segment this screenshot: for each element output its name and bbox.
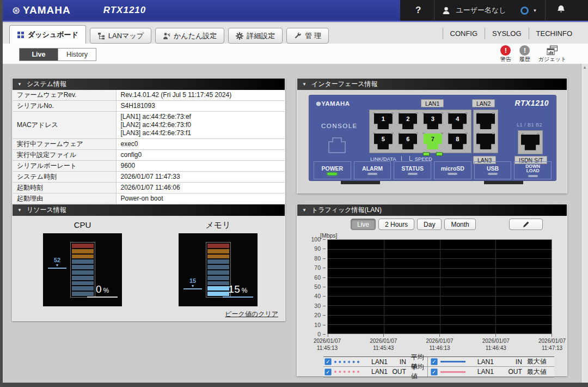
legend-line-sample xyxy=(334,361,359,363)
y-axis-tick: 90 xyxy=(314,245,321,252)
range-button-live[interactable]: Live xyxy=(351,219,376,230)
lan1-port-1[interactable]: 1 xyxy=(371,112,395,131)
lan1-port-8[interactable]: 8 xyxy=(446,132,470,151)
y-axis-tick-mark xyxy=(323,287,326,287)
gridline xyxy=(495,240,496,334)
live-tab[interactable]: Live xyxy=(20,49,58,61)
range-button-day[interactable]: Day xyxy=(417,219,442,230)
gauge-segment xyxy=(72,276,94,280)
gauge-segment xyxy=(72,259,94,264)
quick-links: CONFIGSYSLOGTECHINFO xyxy=(443,23,579,44)
warning-button[interactable]: ! 警告 xyxy=(500,45,511,62)
edit-chart-button[interactable] xyxy=(509,219,543,230)
lan1-port-6[interactable]: 6 xyxy=(396,132,420,151)
lan3-port[interactable] xyxy=(475,132,496,151)
system-info-row: 起動理由Power-on boot xyxy=(13,194,285,204)
lan2-port[interactable] xyxy=(475,112,496,131)
gauge-segment xyxy=(72,255,94,259)
lan1-port-5[interactable]: 5 xyxy=(371,132,395,151)
isdn-port[interactable] xyxy=(520,132,541,152)
help-button[interactable]: ? xyxy=(410,5,426,16)
gadget-icon xyxy=(547,45,558,56)
tab-detailed-setup[interactable]: 詳細設定 xyxy=(228,28,283,44)
resource-info-panel: ▼ リソース情報 CPU メモリ 52▼ 0% 15▼ 15% ピーク値のクリア xyxy=(12,204,285,321)
memory-gauge-title: メモリ xyxy=(179,220,258,231)
y-axis-unit-label: [Mbps] xyxy=(320,232,338,239)
tab-dashboard[interactable]: ダッシュボード xyxy=(9,25,86,44)
dashboard-icon xyxy=(17,31,24,39)
wrench-icon xyxy=(294,32,302,40)
lan1-port-2[interactable]: 2 xyxy=(396,112,420,131)
legend-checkbox[interactable]: ✓ xyxy=(431,368,438,376)
history-log-button[interactable]: ! 履歴 xyxy=(519,45,530,62)
y-axis-tick-mark xyxy=(323,315,326,316)
legend-item-lan1-in-max: ✓LAN1IN最大値 xyxy=(427,357,554,367)
x-axis-tick-mark xyxy=(383,334,384,337)
gadget-label: ガジェット xyxy=(538,56,566,62)
legend-direction: OUT xyxy=(391,368,406,376)
range-button-month[interactable]: Month xyxy=(444,219,475,230)
isdn-port-jack xyxy=(521,135,540,150)
brand-text: YAMAHA xyxy=(23,4,71,16)
indicator-label: POWER xyxy=(322,166,344,172)
power-led xyxy=(327,173,337,175)
lan1-port-block: 12345678 xyxy=(369,110,471,153)
range-button-2hours[interactable]: 2 Hours xyxy=(378,219,414,230)
system-info-header[interactable]: ▼ システム情報 xyxy=(13,78,285,90)
gear-icon xyxy=(236,32,243,40)
top-header: ⊛YAMAHA RTX1210 ? ユーザー名なし ▼ xyxy=(0,0,588,22)
warning-icon: ! xyxy=(500,45,511,56)
indicator-label: STATUS xyxy=(401,166,423,172)
y-axis-tick-mark xyxy=(323,268,326,268)
isdn-port-block xyxy=(518,130,543,154)
lan1-port-jack-1: 1 xyxy=(374,113,393,129)
y-axis-tick: 100 xyxy=(311,236,321,243)
resource-info-title: リソース情報 xyxy=(27,205,66,215)
traffic-info-header[interactable]: ▼ トラフィック情報(LAN) xyxy=(297,204,567,216)
x-axis-tick-mark xyxy=(328,334,328,337)
legend-checkbox[interactable]: ✓ xyxy=(431,358,438,365)
connection-status-indicator[interactable]: ▼ xyxy=(520,7,537,15)
x-axis-tick-mark xyxy=(495,334,496,337)
traffic-range-buttons: Live2 HoursDayMonth xyxy=(297,219,567,230)
system-info-row-label: シリアルボーレート xyxy=(13,161,116,172)
user-menu[interactable]: ユーザー名なし xyxy=(442,5,506,15)
cpu-usage-value: 0% xyxy=(87,283,118,298)
tab-admin[interactable]: 管 理 xyxy=(286,28,329,44)
lan-map-icon xyxy=(97,32,105,40)
warning-label: 警告 xyxy=(500,56,511,62)
interface-info-body: ⊛YAMAHA RTX1210 CONSOLE LAN1 LAN2 LAN3 I… xyxy=(297,90,567,194)
system-info-row: システム時刻2026/01/07 11:47:33 xyxy=(13,172,285,183)
collapse-icon: ▼ xyxy=(302,208,307,213)
techinfo-link[interactable]: TECHINFO xyxy=(529,28,579,39)
vertical-scrollbar[interactable]: ▲ xyxy=(581,64,588,383)
x-axis-label: 2026/01/07 11:45:13 xyxy=(314,337,341,352)
legend-stat: 最大値 xyxy=(527,357,547,366)
gadget-button[interactable]: ガジェット xyxy=(538,45,566,62)
user-icon xyxy=(442,7,450,15)
x-axis-label: 2026/01/07 11:46:13 xyxy=(426,337,453,352)
config-link[interactable]: CONFIG xyxy=(443,28,485,39)
lan1-port-jack-7: 7 xyxy=(424,134,442,149)
lan1-port-3[interactable]: 3 xyxy=(421,112,445,131)
clear-peak-link[interactable]: ピーク値のクリア xyxy=(225,310,278,319)
traffic-info-panel: ▼ トラフィック情報(LAN) Live2 HoursDayMonth [Mbp… xyxy=(297,204,567,376)
lan1-port-7[interactable]: 7 xyxy=(421,132,445,151)
collapse-icon: ▼ xyxy=(302,82,307,87)
notifications-button[interactable] xyxy=(553,5,569,16)
legend-checkbox[interactable]: ✓ xyxy=(324,358,332,365)
lan1-port-4[interactable]: 4 xyxy=(446,112,470,131)
interface-info-header[interactable]: ▼ インターフェース情報 xyxy=(297,78,567,90)
resource-info-header[interactable]: ▼ リソース情報 xyxy=(13,204,285,216)
resource-info-body: CPU メモリ 52▼ 0% 15▼ 15% ピーク値のクリア xyxy=(13,216,285,321)
tab-lan-map[interactable]: LANマップ xyxy=(90,28,151,44)
history-tab[interactable]: History xyxy=(58,49,96,61)
tab-list: ダッシュボードLANマップかんたん設定詳細設定管 理 xyxy=(9,25,333,44)
lan1-port-jack-4: 4 xyxy=(448,113,467,129)
legend-checkbox[interactable]: ✓ xyxy=(324,368,332,376)
system-info-row: 起動時刻2026/01/07 11:46:06 xyxy=(13,183,285,194)
syslog-link[interactable]: SYSLOG xyxy=(485,28,528,39)
tab-easy-setup[interactable]: かんたん設定 xyxy=(155,28,224,44)
traffic-info-body: Live2 HoursDayMonth [Mbps] 0102030405060… xyxy=(297,216,567,376)
router-foot xyxy=(341,181,380,184)
